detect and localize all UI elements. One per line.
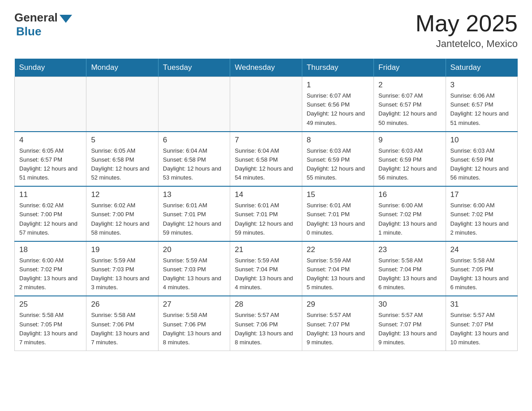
day-info: Sunrise: 6:04 AMSunset: 6:58 PMDaylight:… <box>163 146 225 183</box>
logo-triangle-icon <box>60 15 72 23</box>
day-info: Sunrise: 5:57 AMSunset: 7:06 PMDaylight:… <box>235 311 297 347</box>
day-number: 27 <box>163 300 225 309</box>
day-info: Sunrise: 5:58 AMSunset: 7:05 PMDaylight:… <box>450 256 513 292</box>
day-number: 26 <box>91 300 153 309</box>
day-info: Sunrise: 6:03 AMSunset: 6:59 PMDaylight:… <box>378 146 441 183</box>
calendar-cell: 19Sunrise: 5:59 AMSunset: 7:03 PMDayligh… <box>86 241 158 296</box>
calendar-cell: 7Sunrise: 6:04 AMSunset: 6:58 PMDaylight… <box>230 132 302 187</box>
day-info: Sunrise: 6:03 AMSunset: 6:59 PMDaylight:… <box>307 146 369 183</box>
calendar-cell: 10Sunrise: 6:03 AMSunset: 6:59 PMDayligh… <box>446 132 517 187</box>
calendar-cell: 1Sunrise: 6:07 AMSunset: 6:56 PMDaylight… <box>302 77 373 132</box>
day-info: Sunrise: 6:05 AMSunset: 6:58 PMDaylight:… <box>91 146 153 183</box>
day-of-week-header: Saturday <box>446 59 517 77</box>
day-info: Sunrise: 6:07 AMSunset: 6:57 PMDaylight:… <box>378 91 441 128</box>
day-info: Sunrise: 6:00 AMSunset: 7:02 PMDaylight:… <box>378 201 441 237</box>
calendar-cell: 2Sunrise: 6:07 AMSunset: 6:57 PMDaylight… <box>374 77 446 132</box>
calendar-cell <box>86 77 158 132</box>
day-number: 22 <box>307 245 369 254</box>
day-number: 15 <box>307 190 369 199</box>
day-number: 7 <box>235 136 297 145</box>
calendar-cell: 22Sunrise: 5:59 AMSunset: 7:04 PMDayligh… <box>302 241 373 296</box>
calendar-cell: 5Sunrise: 6:05 AMSunset: 6:58 PMDaylight… <box>86 132 158 187</box>
day-info: Sunrise: 6:02 AMSunset: 7:00 PMDaylight:… <box>19 201 82 237</box>
calendar-cell <box>158 77 230 132</box>
calendar-week-row: 18Sunrise: 6:00 AMSunset: 7:02 PMDayligh… <box>15 241 518 296</box>
day-number: 2 <box>378 81 441 90</box>
day-info: Sunrise: 5:59 AMSunset: 7:04 PMDaylight:… <box>235 256 297 292</box>
month-year-title: May 2025 <box>416 11 518 36</box>
day-number: 14 <box>235 190 297 199</box>
day-number: 25 <box>19 300 82 309</box>
calendar-cell: 6Sunrise: 6:04 AMSunset: 6:58 PMDaylight… <box>158 132 230 187</box>
calendar-cell: 24Sunrise: 5:58 AMSunset: 7:05 PMDayligh… <box>446 241 517 296</box>
title-area: May 2025 Jantetelco, Mexico <box>416 11 518 50</box>
day-number: 1 <box>307 81 369 90</box>
calendar-cell: 13Sunrise: 6:01 AMSunset: 7:01 PMDayligh… <box>158 186 230 241</box>
day-number: 11 <box>19 190 82 199</box>
day-info: Sunrise: 6:01 AMSunset: 7:01 PMDaylight:… <box>307 201 369 237</box>
calendar-table: SundayMondayTuesdayWednesdayThursdayFrid… <box>14 59 518 351</box>
day-number: 8 <box>307 136 369 145</box>
day-number: 19 <box>91 245 153 254</box>
page-header: General Blue May 2025 Jantetelco, Mexico <box>14 11 518 50</box>
day-number: 10 <box>450 136 513 145</box>
calendar-cell: 14Sunrise: 6:01 AMSunset: 7:01 PMDayligh… <box>230 186 302 241</box>
day-of-week-header: Friday <box>374 59 446 77</box>
calendar-cell: 17Sunrise: 6:00 AMSunset: 7:02 PMDayligh… <box>446 186 517 241</box>
day-number: 18 <box>19 245 82 254</box>
day-number: 29 <box>307 300 369 309</box>
calendar-week-row: 4Sunrise: 6:05 AMSunset: 6:57 PMDaylight… <box>15 132 518 187</box>
day-info: Sunrise: 5:58 AMSunset: 7:05 PMDaylight:… <box>19 311 82 347</box>
calendar-cell: 26Sunrise: 5:58 AMSunset: 7:06 PMDayligh… <box>86 296 158 351</box>
calendar-week-row: 11Sunrise: 6:02 AMSunset: 7:00 PMDayligh… <box>15 186 518 241</box>
day-info: Sunrise: 5:57 AMSunset: 7:07 PMDaylight:… <box>307 311 369 347</box>
day-number: 17 <box>450 190 513 199</box>
day-number: 28 <box>235 300 297 309</box>
day-info: Sunrise: 5:57 AMSunset: 7:07 PMDaylight:… <box>378 311 441 347</box>
day-of-week-header: Sunday <box>15 59 86 77</box>
location-subtitle: Jantetelco, Mexico <box>416 38 518 50</box>
day-number: 30 <box>378 300 441 309</box>
day-of-week-header: Wednesday <box>230 59 302 77</box>
calendar-cell: 4Sunrise: 6:05 AMSunset: 6:57 PMDaylight… <box>15 132 86 187</box>
day-of-week-header: Monday <box>86 59 158 77</box>
day-number: 24 <box>450 245 513 254</box>
calendar-cell <box>15 77 86 132</box>
logo: General Blue <box>14 11 72 39</box>
day-number: 4 <box>19 136 82 145</box>
day-number: 21 <box>235 245 297 254</box>
calendar-cell: 12Sunrise: 6:02 AMSunset: 7:00 PMDayligh… <box>86 186 158 241</box>
calendar-header-row: SundayMondayTuesdayWednesdayThursdayFrid… <box>15 59 518 77</box>
logo-general-text: General <box>14 11 58 25</box>
day-of-week-header: Thursday <box>302 59 373 77</box>
calendar-cell: 30Sunrise: 5:57 AMSunset: 7:07 PMDayligh… <box>374 296 446 351</box>
calendar-cell: 23Sunrise: 5:58 AMSunset: 7:04 PMDayligh… <box>374 241 446 296</box>
calendar-week-row: 25Sunrise: 5:58 AMSunset: 7:05 PMDayligh… <box>15 296 518 351</box>
day-info: Sunrise: 6:01 AMSunset: 7:01 PMDaylight:… <box>235 201 297 237</box>
calendar-cell: 25Sunrise: 5:58 AMSunset: 7:05 PMDayligh… <box>15 296 86 351</box>
day-info: Sunrise: 5:59 AMSunset: 7:04 PMDaylight:… <box>307 256 369 292</box>
day-info: Sunrise: 6:05 AMSunset: 6:57 PMDaylight:… <box>19 146 82 183</box>
calendar-cell: 18Sunrise: 6:00 AMSunset: 7:02 PMDayligh… <box>15 241 86 296</box>
day-number: 3 <box>450 81 513 90</box>
day-info: Sunrise: 5:58 AMSunset: 7:04 PMDaylight:… <box>378 256 441 292</box>
day-number: 16 <box>378 190 441 199</box>
day-info: Sunrise: 6:00 AMSunset: 7:02 PMDaylight:… <box>450 201 513 237</box>
day-number: 12 <box>91 190 153 199</box>
calendar-cell: 29Sunrise: 5:57 AMSunset: 7:07 PMDayligh… <box>302 296 373 351</box>
calendar-cell <box>230 77 302 132</box>
calendar-cell: 20Sunrise: 5:59 AMSunset: 7:03 PMDayligh… <box>158 241 230 296</box>
day-info: Sunrise: 5:58 AMSunset: 7:06 PMDaylight:… <box>91 311 153 347</box>
day-info: Sunrise: 6:06 AMSunset: 6:57 PMDaylight:… <box>450 91 513 128</box>
calendar-cell: 31Sunrise: 5:57 AMSunset: 7:07 PMDayligh… <box>446 296 517 351</box>
day-info: Sunrise: 6:00 AMSunset: 7:02 PMDaylight:… <box>19 256 82 292</box>
day-number: 5 <box>91 136 153 145</box>
calendar-cell: 16Sunrise: 6:00 AMSunset: 7:02 PMDayligh… <box>374 186 446 241</box>
calendar-cell: 3Sunrise: 6:06 AMSunset: 6:57 PMDaylight… <box>446 77 517 132</box>
day-info: Sunrise: 5:59 AMSunset: 7:03 PMDaylight:… <box>91 256 153 292</box>
calendar-cell: 8Sunrise: 6:03 AMSunset: 6:59 PMDaylight… <box>302 132 373 187</box>
calendar-cell: 27Sunrise: 5:58 AMSunset: 7:06 PMDayligh… <box>158 296 230 351</box>
calendar-cell: 21Sunrise: 5:59 AMSunset: 7:04 PMDayligh… <box>230 241 302 296</box>
day-number: 13 <box>163 190 225 199</box>
day-of-week-header: Tuesday <box>158 59 230 77</box>
